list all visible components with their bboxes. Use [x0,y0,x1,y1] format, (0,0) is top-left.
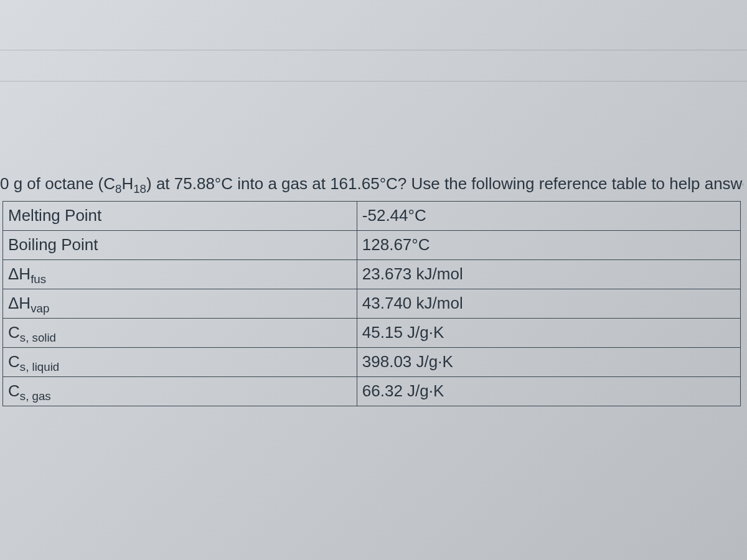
property-label-sub: fus [31,273,46,286]
question-frag-2: H [121,174,133,193]
property-cell: ΔHfus [3,260,357,289]
question-block: 0 g of octane (C8H18) at 75.88°C into a … [0,173,747,406]
property-label-sub: s, liquid [20,360,59,373]
property-value: 128.67°C [362,235,430,254]
question-frag-1: 0 g of octane (C [0,174,115,193]
property-label: Boiling Point [8,235,98,254]
property-cell: ΔHvap [3,289,357,319]
value-cell: 128.67°C [357,231,740,260]
reference-table: Melting Point -52.44°C Boiling Point 128… [2,201,741,406]
property-cell: Cs, solid [3,319,357,348]
property-cell: Cs, liquid [3,348,357,377]
divider-second [0,81,747,82]
question-sub-2: 18 [133,182,146,195]
property-value: -52.44°C [362,206,426,225]
question-sub-1: 8 [115,182,121,195]
property-label-sub: vap [31,302,49,315]
property-label-symbol: ΔH [8,294,31,312]
table-row: Cs, liquid 398.03 J/g·K [3,348,741,377]
property-cell: Boiling Point [3,231,357,260]
property-value: 23.673 kJ/mol [362,264,463,283]
property-label-sub: s, solid [20,331,56,344]
property-value: 43.740 kJ/mol [362,294,463,312]
table-row: ΔHvap 43.740 kJ/mol [3,289,741,319]
property-value: 398.03 J/g·K [362,352,453,371]
property-label-symbol: C [8,352,20,371]
property-label-symbol: C [8,381,20,400]
property-cell: Melting Point [3,202,357,231]
table-row: Boiling Point 128.67°C [3,231,741,260]
property-label-symbol: C [8,323,20,342]
table-row: Cs, solid 45.15 J/g·K [3,319,741,348]
property-label-symbol: ΔH [8,264,31,283]
value-cell: -52.44°C [357,202,740,231]
property-value: 45.15 J/g·K [362,323,444,342]
value-cell: 398.03 J/g·K [357,348,740,377]
property-label-sub: s, gas [20,390,51,403]
question-text: 0 g of octane (C8H18) at 75.88°C into a … [0,173,743,195]
divider-top [0,50,747,50]
value-cell: 66.32 J/g·K [357,377,740,406]
table-row: Melting Point -52.44°C [3,202,741,231]
property-cell: Cs, gas [3,377,357,406]
value-cell: 23.673 kJ/mol [357,260,740,289]
property-label: Melting Point [8,206,101,225]
table-row: ΔHfus 23.673 kJ/mol [3,260,741,289]
table-row: Cs, gas 66.32 J/g·K [3,377,741,406]
value-cell: 43.740 kJ/mol [357,289,740,319]
property-value: 66.32 J/g·K [362,381,444,400]
question-frag-3: ) at 75.88°C into a gas at 161.65°C? Use… [146,174,743,193]
value-cell: 45.15 J/g·K [357,319,740,348]
